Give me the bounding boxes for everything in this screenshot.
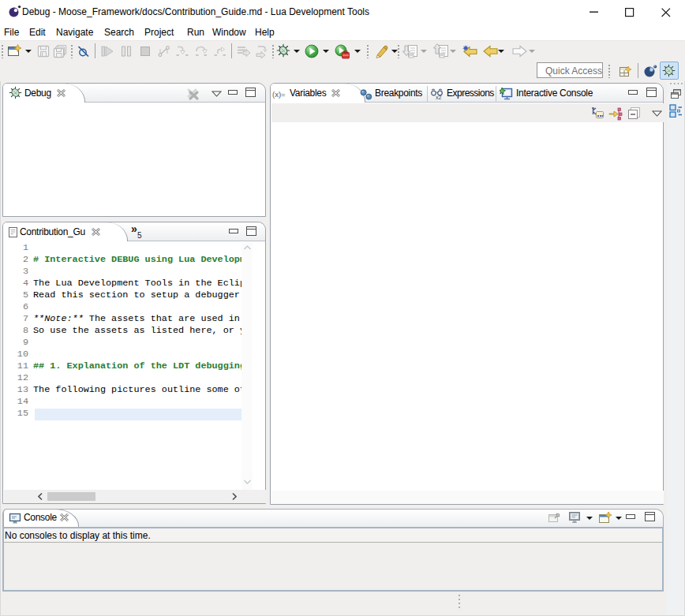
- svg-text:x2: x2: [436, 95, 442, 100]
